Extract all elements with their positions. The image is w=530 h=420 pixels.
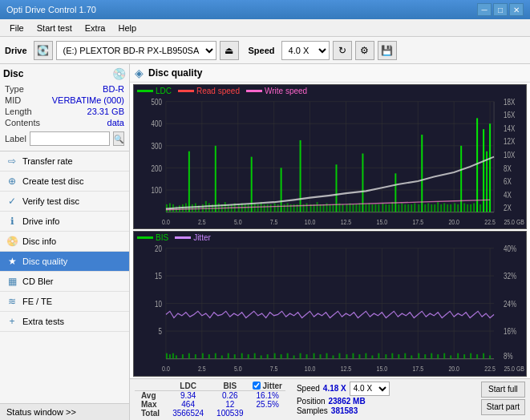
svg-rect-56 [245, 204, 246, 212]
svg-rect-183 [254, 353, 256, 359]
save-button[interactable]: 💾 [378, 41, 397, 60]
svg-rect-218 [483, 353, 484, 359]
svg-text:2X: 2X [504, 203, 512, 213]
sidebar-item-disc-info[interactable]: 📀 Disc info [0, 232, 129, 252]
settings-button[interactable]: ⚙ [355, 41, 374, 60]
speed-select2[interactable]: 4.0 X [350, 382, 390, 396]
svg-rect-40 [192, 204, 193, 212]
svg-rect-104 [401, 204, 403, 212]
svg-rect-47 [215, 146, 216, 212]
svg-text:17.5: 17.5 [412, 217, 423, 226]
svg-rect-93 [365, 204, 366, 212]
svg-rect-62 [264, 204, 265, 212]
svg-text:7.5: 7.5 [270, 364, 278, 373]
right-panel: ◈ Disc quality LDC Read speed Write spee… [130, 64, 530, 420]
svg-rect-126 [473, 204, 475, 212]
svg-rect-48 [218, 204, 220, 212]
svg-rect-86 [342, 204, 343, 212]
drive-icon-button[interactable]: 💽 [34, 41, 53, 60]
svg-text:17.5: 17.5 [412, 364, 423, 373]
svg-text:20.0: 20.0 [448, 217, 459, 226]
svg-text:14X: 14X [504, 123, 516, 134]
svg-text:6X: 6X [504, 176, 512, 187]
samples-value: 381583 [331, 406, 358, 415]
col-ldc-header: LDC [166, 382, 210, 391]
svg-rect-189 [293, 356, 295, 359]
disc-quality-icon: ★ [6, 256, 18, 267]
svg-rect-123 [463, 204, 465, 212]
svg-rect-195 [332, 356, 334, 359]
menu-extra[interactable]: Extra [79, 22, 112, 34]
sidebar-item-drive-info[interactable]: ℹ Drive info [0, 212, 129, 232]
status-window-label: Status window >> [6, 407, 76, 417]
fe-te-icon: ≋ [6, 296, 18, 307]
menu-help[interactable]: Help [111, 22, 143, 34]
samples-row: Samples 381583 [297, 406, 390, 415]
speed-select[interactable]: 4.0 X [281, 41, 330, 60]
disc-label-input[interactable] [30, 131, 110, 146]
disc-contents-row: Contents data [3, 117, 126, 128]
sidebar-item-create-test-disc[interactable]: ⊕ Create test disc [0, 172, 129, 192]
sidebar-item-disc-quality[interactable]: ★ Disc quality [0, 252, 129, 272]
extra-tests-icon: + [6, 316, 18, 327]
start-full-button[interactable]: Start full [481, 382, 525, 398]
refresh-button[interactable]: ↻ [333, 41, 352, 60]
menu-bar: File Start test Extra Help [0, 19, 530, 37]
speed-display-row: Speed 4.18 X 4.0 X [297, 382, 390, 396]
sidebar-item-fe-te[interactable]: ≋ FE / TE [0, 292, 129, 312]
sidebar-item-transfer-rate[interactable]: ⇨ Transfer rate [0, 151, 129, 172]
svg-rect-178 [221, 356, 223, 359]
svg-rect-188 [287, 353, 289, 359]
jitter-checkbox[interactable] [253, 382, 261, 390]
svg-text:18X: 18X [504, 97, 516, 107]
svg-rect-171 [176, 356, 177, 359]
svg-text:5.0: 5.0 [234, 364, 242, 373]
stats-row-max: Max 464 12 25.5% [135, 400, 285, 409]
svg-rect-60 [257, 204, 259, 212]
svg-rect-201 [371, 356, 373, 359]
svg-rect-169 [169, 354, 171, 359]
disc-mid-value: VERBATIMe (000) [52, 95, 124, 105]
svg-rect-102 [394, 173, 396, 212]
bottom-chart: BIS Jitter [133, 231, 527, 376]
svg-rect-177 [215, 353, 216, 359]
app-title: Opti Drive Control 1.70 [6, 5, 96, 14]
maximize-button[interactable]: □ [493, 3, 508, 16]
ldc-legend: LDC [137, 87, 172, 95]
sidebar-item-extra-tests[interactable]: + Extra tests [0, 312, 129, 332]
read-speed-label: Read speed [196, 87, 240, 95]
top-chart-svg: 500 400 300 200 100 18X 16X 14X 12X 10X … [134, 85, 526, 228]
drive-select[interactable]: (E:) PLEXTOR BD-R PX-LB950SA 1.06 [56, 41, 216, 60]
svg-rect-209 [424, 354, 426, 359]
sidebar-item-verify-test-disc[interactable]: ✓ Verify test disc [0, 192, 129, 212]
disc-length-row: Length 23.31 GB [3, 106, 126, 117]
disc-label-button[interactable]: 🔍 [113, 131, 124, 146]
close-button[interactable]: ✕ [509, 3, 524, 16]
status-window-button[interactable]: Status window >> [0, 403, 129, 420]
read-speed-legend: Read speed [178, 87, 240, 95]
position-value: 23862 MB [329, 397, 366, 406]
total-jitter [249, 409, 285, 418]
minimize-button[interactable]: ─ [477, 3, 492, 16]
disc-type-label: Type [5, 84, 24, 94]
disc-contents-value: data [107, 118, 124, 127]
jitter-label: Jitter [193, 233, 211, 242]
svg-rect-105 [404, 204, 406, 212]
svg-text:12.5: 12.5 [341, 217, 352, 226]
start-part-button[interactable]: Start part [481, 399, 525, 415]
eject-button[interactable]: ⏏ [220, 41, 239, 60]
svg-text:0.0: 0.0 [162, 364, 170, 373]
menu-file[interactable]: File [3, 22, 30, 34]
svg-rect-63 [267, 204, 269, 212]
sidebar-item-cd-bler[interactable]: ▦ CD Bler [0, 272, 129, 292]
svg-rect-200 [365, 353, 366, 359]
svg-text:10X: 10X [504, 150, 516, 160]
svg-rect-64 [270, 204, 272, 212]
svg-rect-210 [431, 353, 432, 359]
menu-start-test[interactable]: Start test [30, 22, 79, 34]
svg-rect-193 [320, 354, 322, 359]
svg-rect-198 [352, 353, 354, 359]
svg-rect-111 [424, 204, 426, 212]
svg-text:0.0: 0.0 [162, 217, 170, 226]
svg-rect-98 [382, 204, 383, 212]
